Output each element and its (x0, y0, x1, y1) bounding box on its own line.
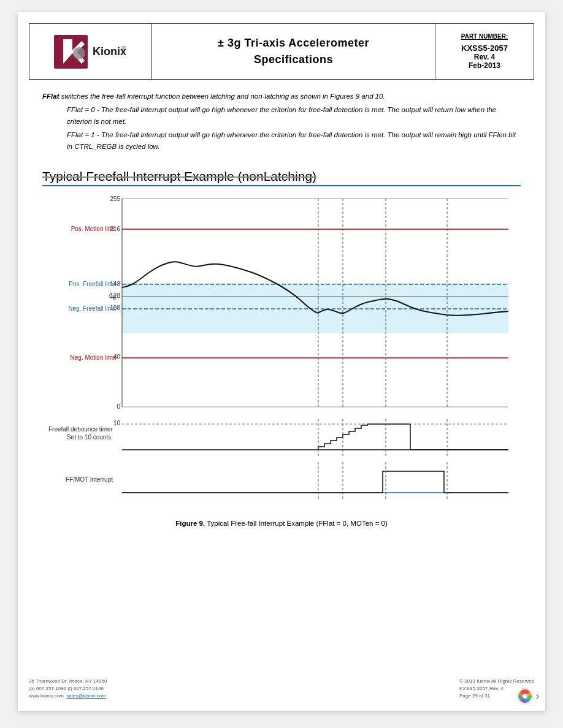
logo-section: Kionix ® (29, 24, 152, 79)
main-chart-svg: 255 216 148 128 108 40 0 (42, 192, 521, 511)
svg-text:Neg. Freefall limit: Neg. Freefall limit (68, 305, 116, 312)
body-text: FFlat switches the free-fall interrupt f… (42, 91, 521, 152)
svg-point-2 (73, 47, 85, 59)
date: Feb-2013 (469, 61, 500, 70)
svg-text:Freefall debounce timer: Freefall debounce timer (48, 426, 113, 433)
footer-left: 36 Thornwood Dr. Ithaca, NY 14850 (p) 60… (29, 678, 107, 700)
email-link[interactable]: sales@kionix.com (66, 693, 106, 699)
footer: 36 Thornwood Dr. Ithaca, NY 14850 (p) 60… (29, 678, 534, 700)
section-title: Typical Freefall Interrupt Example (nonL… (42, 169, 521, 186)
svg-text:®: ® (121, 45, 126, 51)
part-info: PART NUMBER: KXSS5-2057 Rev. 4 Feb-2013 (435, 24, 534, 79)
nav-icon (516, 688, 534, 705)
chart-area: 255 216 148 128 108 40 0 (42, 192, 521, 514)
title-text: ± 3g Tri-axis Accelerometer Specificatio… (218, 35, 369, 68)
indent1-text: FFlat = 0 - The free-fall interrupt outp… (67, 104, 521, 127)
svg-text:FF/MOT Interrupt: FF/MOT Interrupt (66, 476, 113, 483)
svg-text:0g: 0g (109, 293, 116, 300)
kionix-logo: Kionix ® (51, 32, 131, 72)
figure-text: Typical Free-fall Interrupt Example (FFl… (207, 520, 388, 527)
part-number-label: PART NUMBER: (461, 33, 508, 40)
para1-text: switches the free-fall interrupt functio… (59, 93, 385, 100)
svg-text:Set to 10 counts.: Set to 10 counts. (67, 434, 113, 441)
svg-text:10: 10 (113, 420, 121, 427)
document-title: ± 3g Tri-axis Accelerometer Specificatio… (152, 24, 435, 79)
address-line1: 36 Thornwood Dr. Ithaca, NY 14850 (29, 678, 107, 685)
fflat-term: FFlat (42, 93, 59, 100)
svg-text:Pos. Freefall limit: Pos. Freefall limit (69, 281, 116, 287)
bottom-nav: › (516, 688, 539, 705)
website-line: www.kionix.com sales@kionix.com (29, 692, 107, 700)
svg-rect-5 (122, 283, 508, 333)
page: Kionix ® ± 3g Tri-axis Accelerometer Spe… (18, 12, 545, 711)
svg-point-51 (523, 694, 527, 699)
figure-number: Figure 9. (175, 520, 205, 527)
svg-text:0: 0 (117, 403, 120, 410)
copyright-line: © 2013 Kionix All Rights Reserved (459, 678, 534, 685)
svg-text:Neg. Motion limit: Neg. Motion limit (71, 354, 117, 361)
svg-text:Pos. Motion limit: Pos. Motion limit (71, 226, 117, 232)
header: Kionix ® ± 3g Tri-axis Accelerometer Spe… (29, 23, 534, 80)
next-arrow[interactable]: › (536, 691, 539, 702)
revision: Rev. 4 (474, 53, 495, 61)
figure-caption: Figure 9. Typical Free-fall Interrupt Ex… (42, 520, 521, 527)
part-number-value: KXSS5-2057 (461, 44, 508, 53)
svg-text:255: 255 (110, 195, 120, 202)
indent2-text: FFlat = 1 - The free-fall interrupt outp… (67, 129, 521, 152)
phone-line: (p) 607.257.1080 (f) 607.257.1146 (29, 685, 107, 692)
